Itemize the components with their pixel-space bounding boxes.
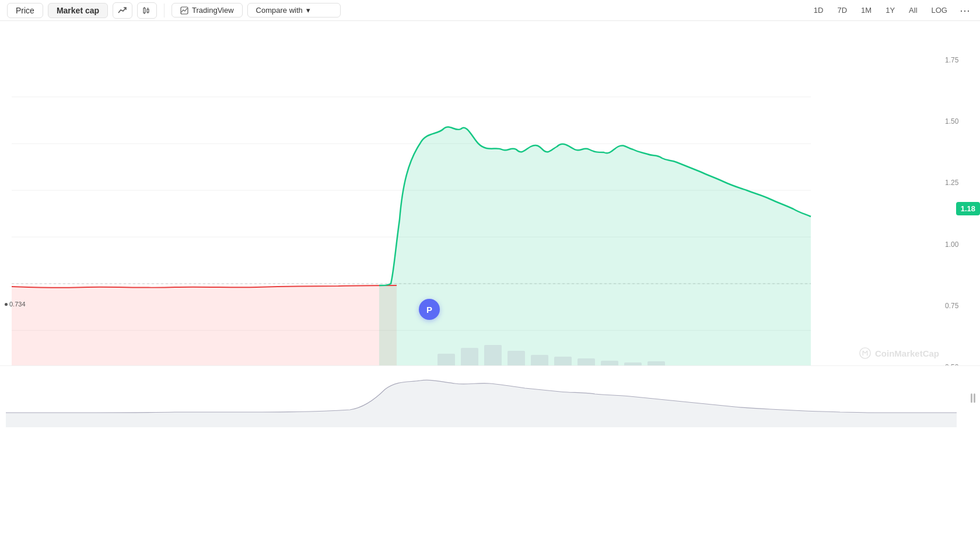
y-label-150: 1.50 [945,117,975,125]
chevron-down-icon: ▾ [306,6,310,15]
time-1d-button[interactable]: 1D [809,4,828,16]
time-1m-button[interactable]: 1M [856,4,876,16]
navigator-svg [0,366,957,430]
current-price-badge: 1.18 [956,202,980,215]
nav-scroll-handle[interactable] [971,393,975,403]
y-label-125: 1.25 [945,179,975,187]
more-button[interactable]: ⋯ [957,2,973,19]
y-label-100: 1.00 [945,240,975,249]
market-cap-tab[interactable]: Market cap [48,3,108,18]
tradingview-label: TradingView [192,6,234,15]
price-chart: 1.75 1.50 1.25 1.00 0.75 0.50 1.18 0.734… [0,21,980,430]
time-all-button[interactable]: All [904,4,922,16]
start-dot [5,303,8,306]
chart-toolbar: Price Market cap TradingView Compare wit… [0,0,980,21]
svg-rect-0 [144,8,145,13]
svg-rect-3 [147,9,149,12]
compare-button[interactable]: Compare with ▾ [247,3,341,18]
chart-navigator[interactable] [0,365,980,430]
tradingview-button[interactable]: TradingView [172,3,243,18]
floating-p-icon[interactable]: P [419,299,440,320]
y-label-075: 0.75 [945,302,975,310]
y-label-175: 1.75 [945,56,975,64]
coinmarketcap-watermark: CoinMarketCap [859,347,939,360]
start-price-label: 0.734 [5,301,26,308]
time-1y-button[interactable]: 1Y [881,4,900,16]
toolbar-divider [164,4,164,18]
watermark-text: CoinMarketCap [875,348,939,358]
time-7d-button[interactable]: 7D [832,4,852,16]
price-tab[interactable]: Price [7,3,43,18]
candlestick-icon[interactable] [137,2,157,19]
log-button[interactable]: LOG [927,4,952,16]
compare-label: Compare with [256,6,303,15]
line-chart-icon[interactable] [113,2,132,19]
